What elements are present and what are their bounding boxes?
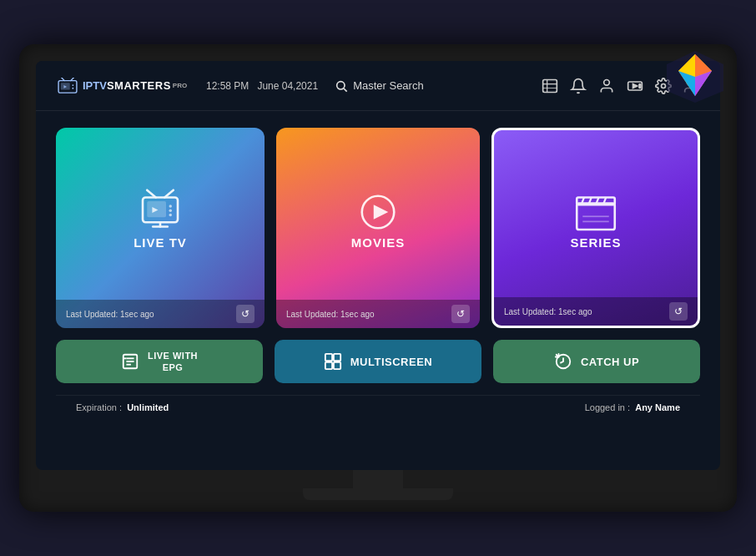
cards-row: LIVE TV Last Updated: 1sec ago ↺ xyxy=(56,128,700,328)
logo-iptv-text: IPTV xyxy=(83,79,107,92)
svg-point-11 xyxy=(72,84,73,86)
play-circle-icon xyxy=(355,189,401,235)
tv-stand-base xyxy=(303,488,453,500)
catchup-clock-icon xyxy=(554,352,572,371)
svg-rect-15 xyxy=(543,79,557,92)
svg-marker-38 xyxy=(374,205,389,220)
tv-screen: IPTV SMARTERS PRO 12:58 PM June 04,2021 … xyxy=(36,61,720,470)
logo-pro-text: PRO xyxy=(173,82,187,89)
movies-card[interactable]: MOVIES Last Updated: 1sec ago ↺ xyxy=(276,128,480,328)
tv-logo-icon xyxy=(56,78,79,94)
main-content: LIVE TV Last Updated: 1sec ago ↺ xyxy=(36,111,720,470)
record-button[interactable] xyxy=(627,78,643,94)
record-icon xyxy=(627,78,643,94)
svg-point-34 xyxy=(169,213,173,216)
live-epg-label: LIVE WITHEPG xyxy=(148,350,198,374)
movies-refresh-button[interactable]: ↺ xyxy=(451,305,470,323)
clapperboard-icon xyxy=(572,189,619,235)
live-tv-refresh-button[interactable]: ↺ xyxy=(236,305,255,323)
bell-icon xyxy=(570,78,587,94)
svg-line-14 xyxy=(344,88,347,92)
svg-rect-52 xyxy=(325,354,332,361)
live-tv-footer: Last Updated: 1sec ago ↺ xyxy=(56,300,265,328)
multiscreen-icon xyxy=(324,352,342,371)
live-tv-card[interactable]: LIVE TV Last Updated: 1sec ago ↺ xyxy=(56,128,265,328)
notification-button[interactable] xyxy=(570,78,587,94)
logo-area: IPTV SMARTERS PRO xyxy=(56,78,189,94)
svg-point-32 xyxy=(169,205,173,208)
svg-point-19 xyxy=(604,79,610,85)
tv-frame: IPTV SMARTERS PRO 12:58 PM June 04,2021 … xyxy=(19,44,737,512)
app-logo-badge xyxy=(662,48,728,106)
series-card[interactable]: SERIES Last Updated: 1sec ago ↺ xyxy=(491,128,700,328)
svg-rect-54 xyxy=(325,362,332,369)
search-label: Master Search xyxy=(353,79,424,92)
svg-rect-53 xyxy=(334,354,340,361)
tv-guide-button[interactable] xyxy=(542,78,558,94)
svg-rect-22 xyxy=(639,83,641,88)
series-footer: Last Updated: 1sec ago ↺ xyxy=(494,297,698,326)
user-profile-button[interactable] xyxy=(598,78,615,94)
tv-antenna-icon xyxy=(137,189,184,235)
tv-guide-icon xyxy=(542,78,558,94)
series-updated: Last Updated: 1sec ago xyxy=(504,307,592,316)
live-epg-button[interactable]: LIVE WITHEPG xyxy=(56,340,263,383)
live-tv-icon-area: LIVE TV xyxy=(56,128,265,300)
screen-content: IPTV SMARTERS PRO 12:58 PM June 04,2021 … xyxy=(36,61,720,470)
expiration-info: Expiration : Unlimited xyxy=(76,402,169,412)
multiscreen-label: MULTISCREEN xyxy=(350,356,432,368)
movies-icon-area: MOVIES xyxy=(276,128,480,300)
epg-book-icon xyxy=(121,352,139,371)
movies-title: MOVIES xyxy=(351,235,405,250)
multiscreen-button[interactable]: MULTISCREEN xyxy=(275,340,481,383)
datetime-display: 12:58 PM June 04,2021 xyxy=(206,80,318,92)
user-icon xyxy=(598,78,615,94)
movies-footer: Last Updated: 1sec ago ↺ xyxy=(276,300,480,328)
svg-point-13 xyxy=(337,81,345,88)
action-buttons-row: LIVE WITHEPG MULTISCREEN xyxy=(56,340,700,383)
header-bar: IPTV SMARTERS PRO 12:58 PM June 04,2021 … xyxy=(36,61,720,111)
svg-point-12 xyxy=(72,87,73,88)
svg-point-33 xyxy=(169,209,173,212)
catchup-label: CATCH UP xyxy=(581,356,639,368)
live-tv-title: LIVE TV xyxy=(134,235,187,250)
footer-bar: Expiration : Unlimited Logged in : Any N… xyxy=(56,395,700,419)
svg-rect-55 xyxy=(334,362,340,369)
catchup-button[interactable]: CATCH UP xyxy=(493,340,700,383)
series-title: SERIES xyxy=(570,235,621,250)
search-icon xyxy=(335,79,348,93)
tv-stand-neck xyxy=(353,470,403,488)
movies-updated: Last Updated: 1sec ago xyxy=(286,310,375,319)
master-search-button[interactable]: Master Search xyxy=(335,79,424,93)
series-icon-area: SERIES xyxy=(494,130,698,297)
live-tv-updated: Last Updated: 1sec ago xyxy=(66,310,154,319)
series-refresh-button[interactable]: ↺ xyxy=(669,302,688,321)
svg-marker-21 xyxy=(633,83,638,88)
loggedin-info: Logged in : Any Name xyxy=(585,402,680,412)
logo-smarters-text: SMARTERS xyxy=(107,79,171,92)
